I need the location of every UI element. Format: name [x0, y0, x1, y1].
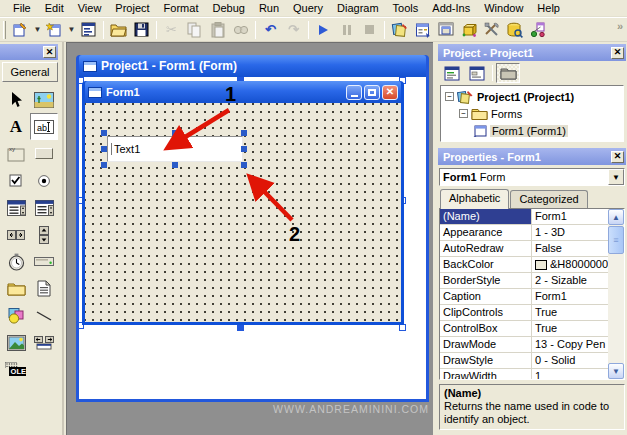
data-view-window-icon[interactable]: [503, 19, 526, 41]
data-tool-icon[interactable]: [30, 329, 58, 356]
break-icon[interactable]: [335, 19, 358, 41]
property-row[interactable]: ClipControls True: [440, 305, 624, 321]
menu-file[interactable]: File: [6, 1, 38, 15]
form-layout-window-icon[interactable]: [434, 19, 457, 41]
textbox-handle-right-mid[interactable]: [241, 146, 247, 152]
add-form-icon[interactable]: [43, 19, 66, 41]
project-explorer-icon[interactable]: [388, 19, 411, 41]
textbox-handle-bottom-right[interactable]: [241, 162, 247, 168]
timer-tool-icon[interactable]: [2, 248, 30, 275]
property-row[interactable]: Caption Form1: [440, 289, 624, 305]
form-titlebar[interactable]: Form1 ✕: [85, 81, 401, 103]
tree-item-forms[interactable]: − Forms: [459, 105, 623, 122]
property-row[interactable]: BorderStyle 2 - Sizable: [440, 273, 624, 289]
property-grid-scrollbar[interactable]: ▲ ▼: [608, 209, 624, 379]
form-minimize-icon[interactable]: [346, 85, 362, 100]
menu-run[interactable]: Run: [252, 1, 286, 15]
line-tool-icon[interactable]: [30, 302, 58, 329]
property-row[interactable]: DrawWidth 1: [440, 369, 624, 380]
property-row[interactable]: Appearance 1 - 3D: [440, 225, 624, 241]
checkbox-tool-icon[interactable]: [2, 167, 30, 194]
toolbox-close-icon[interactable]: ✕: [43, 46, 56, 58]
combobox-tool-icon[interactable]: [2, 194, 30, 221]
properties-titlebar[interactable]: Properties - Form1 ✕: [438, 148, 626, 165]
toggle-folders-icon[interactable]: [496, 63, 520, 83]
toolbox-titlebar[interactable]: ✕: [0, 44, 58, 60]
cut-icon[interactable]: ✂: [160, 19, 183, 41]
tab-categorized[interactable]: Categorized: [510, 190, 587, 208]
ole-tool-icon[interactable]: OLE: [2, 356, 30, 383]
end-icon[interactable]: [358, 19, 381, 41]
filelistbox-tool-icon[interactable]: [30, 275, 58, 302]
toolbar-grip[interactable]: [3, 21, 6, 39]
toolbox-general-tab[interactable]: General: [2, 62, 58, 82]
menu-editor-icon[interactable]: [77, 19, 100, 41]
scroll-down-icon[interactable]: ▼: [608, 363, 624, 379]
properties-close-icon[interactable]: ✕: [611, 151, 624, 163]
frame-tool-icon[interactable]: xy: [2, 140, 30, 167]
form-resize-handle-bottom-right[interactable]: [399, 324, 406, 331]
textbox-control[interactable]: Text1: [107, 136, 243, 162]
vscrollbar-tool-icon[interactable]: [30, 221, 58, 248]
shape-tool-icon[interactable]: [2, 302, 30, 329]
object-browser-icon[interactable]: [457, 19, 480, 41]
menu-project[interactable]: Project: [108, 1, 156, 15]
picturebox-tool-icon[interactable]: [30, 86, 58, 113]
menu-format[interactable]: Format: [157, 1, 206, 15]
textbox-handle-bottom-mid[interactable]: [172, 162, 178, 168]
copy-icon[interactable]: [183, 19, 206, 41]
form-maximize-icon[interactable]: [364, 85, 380, 100]
combo-dropdown-icon[interactable]: ▼: [608, 169, 624, 185]
scroll-thumb[interactable]: [608, 226, 624, 254]
property-row[interactable]: ControlBox True: [440, 321, 624, 337]
add-project-dropdown-icon[interactable]: ▼: [32, 19, 43, 41]
property-row[interactable]: DrawMode 13 - Copy Pen: [440, 337, 624, 353]
hscrollbar-tool-icon[interactable]: [2, 221, 30, 248]
label-tool-icon[interactable]: A: [2, 113, 30, 140]
textbox-tool-icon[interactable]: ab: [30, 113, 58, 140]
menu-edit[interactable]: Edit: [38, 1, 71, 15]
tab-alphabetic[interactable]: Alphabetic: [440, 189, 509, 209]
optionbutton-tool-icon[interactable]: [30, 167, 58, 194]
menu-debug[interactable]: Debug: [205, 1, 251, 15]
drivelistbox-tool-icon[interactable]: [30, 248, 58, 275]
view-object-icon[interactable]: [465, 63, 489, 83]
textbox-handle-top-mid[interactable]: [172, 130, 178, 136]
property-row[interactable]: DrawStyle 0 - Solid: [440, 353, 624, 369]
menu-view[interactable]: View: [71, 1, 109, 15]
save-project-icon[interactable]: [130, 19, 153, 41]
dirlistbox-tool-icon[interactable]: [2, 275, 30, 302]
property-row[interactable]: BackColor &H8000000F: [440, 257, 624, 273]
form-close-icon[interactable]: ✕: [382, 85, 398, 100]
pointer-tool-icon[interactable]: [2, 86, 30, 113]
tree-item-project[interactable]: − Project1 (Project1): [445, 88, 623, 105]
expander-icon[interactable]: −: [445, 92, 454, 101]
textbox-handle-top-right[interactable]: [241, 130, 247, 136]
start-icon[interactable]: [312, 19, 335, 41]
form-resize-handle-bottom-mid[interactable]: [237, 324, 244, 331]
project-explorer-close-icon[interactable]: ✕: [611, 47, 624, 59]
open-project-icon[interactable]: [107, 19, 130, 41]
property-row[interactable]: (Name) Form1: [440, 209, 624, 225]
menu-addins[interactable]: Add-Ins: [425, 1, 477, 15]
menu-help[interactable]: Help: [530, 1, 567, 15]
visual-component-manager-icon[interactable]: [526, 19, 549, 41]
menu-tools[interactable]: Tools: [386, 1, 426, 15]
paste-icon[interactable]: [206, 19, 229, 41]
properties-window-icon[interactable]: [411, 19, 434, 41]
listbox-tool-icon[interactable]: [30, 194, 58, 221]
image-tool-icon[interactable]: [2, 329, 30, 356]
textbox-handle-top-left[interactable]: [101, 130, 107, 136]
object-selector-combo[interactable]: Form1 Form ▼: [439, 168, 625, 186]
find-icon[interactable]: [229, 19, 252, 41]
scroll-up-icon[interactable]: ▲: [608, 209, 624, 225]
tree-item-form1[interactable]: Form1 (Form1): [473, 122, 623, 139]
undo-icon[interactable]: ↶: [259, 19, 282, 41]
menu-query[interactable]: Query: [286, 1, 330, 15]
view-code-icon[interactable]: [440, 63, 464, 83]
designer-child-titlebar[interactable]: Project1 - Form1 (Form): [79, 55, 426, 77]
commandbutton-tool-icon[interactable]: [30, 140, 58, 167]
redo-icon[interactable]: ↷: [282, 19, 305, 41]
textbox-handle-left-mid[interactable]: [101, 146, 107, 152]
add-form-dropdown-icon[interactable]: ▼: [66, 19, 77, 41]
